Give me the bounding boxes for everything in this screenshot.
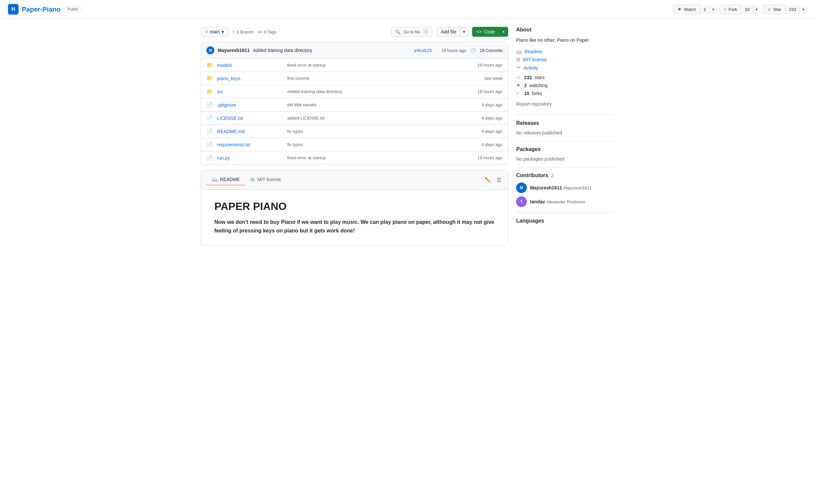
file-commit: Added training data directory bbox=[287, 89, 459, 94]
branch-selector[interactable]: ⑂ main ▾ bbox=[201, 27, 228, 37]
divider-2 bbox=[516, 141, 614, 141]
watching-stat: 👁 2 watching bbox=[516, 83, 614, 88]
book-icon: 📖 bbox=[212, 177, 217, 182]
scale-icon: ⚖ bbox=[250, 177, 255, 182]
star-icon: ☆ bbox=[767, 7, 771, 12]
edit-readme-button[interactable]: ✏️ bbox=[484, 176, 493, 184]
tag-icon: 🏷 bbox=[258, 29, 262, 34]
go-to-file-input[interactable]: 🔍 Go to file t bbox=[391, 27, 433, 37]
table-row: 📄 .gitignore did little tweaks 4 days ag… bbox=[201, 98, 508, 112]
releases-section: Releases No releases published bbox=[516, 120, 614, 135]
file-name: requirements.txt bbox=[217, 142, 283, 147]
commit-time: 18 hours ago bbox=[441, 48, 467, 53]
tab-readme[interactable]: 📖 README bbox=[206, 174, 245, 185]
star-caret-icon[interactable]: ▾ bbox=[799, 5, 807, 14]
code-icon: <> bbox=[477, 29, 482, 34]
top-navigation: H Paper-Piano Public 👁 Watch 2 ▾ ⑂ Fork … bbox=[0, 0, 815, 19]
fork-button[interactable]: ⑂ Fork bbox=[720, 5, 741, 14]
file-icon: 📄 bbox=[206, 155, 213, 161]
activity-link[interactable]: 〜 Activity bbox=[516, 65, 614, 71]
fork-group: ⑂ Fork 10 ▾ bbox=[720, 5, 760, 14]
watching-count: 2 bbox=[524, 83, 527, 88]
commit-hash[interactable]: a9eab25 bbox=[414, 48, 432, 53]
contributor-avatar-2: T bbox=[516, 196, 527, 207]
file-name: README.md bbox=[217, 129, 283, 134]
code-button[interactable]: <> Code bbox=[472, 27, 499, 37]
contributor-full-name-2: Alexander Rodionov bbox=[546, 199, 585, 204]
tab-license[interactable]: ⚖ MIT license bbox=[245, 174, 286, 185]
repo-logo: H bbox=[8, 4, 19, 15]
readme-actions: ✏️ ☰ bbox=[484, 176, 503, 184]
watch-group: 👁 Watch 2 ▾ bbox=[673, 5, 717, 14]
languages-section: Languages bbox=[516, 218, 614, 224]
file-time: 19 hours ago bbox=[463, 155, 503, 160]
file-commit: fixed error at startup bbox=[287, 63, 459, 68]
code-caret[interactable]: ▾ bbox=[499, 27, 508, 37]
report-repository-link[interactable]: Report repository bbox=[516, 101, 614, 107]
divider-3 bbox=[516, 167, 614, 167]
file-icon: 📄 bbox=[206, 115, 213, 121]
license-link[interactable]: ⚖ MIT license bbox=[516, 57, 614, 62]
commit-separator: · bbox=[436, 48, 437, 53]
file-time: 4 days ago bbox=[463, 142, 503, 147]
keyboard-shortcut: t bbox=[423, 29, 428, 34]
add-file-button[interactable]: Add file bbox=[436, 27, 460, 37]
table-row: 📁 piano_keys first commit last week bbox=[201, 72, 508, 85]
table-row: 📁 models fixed error at startup 19 hours… bbox=[201, 59, 508, 72]
about-section: About Piano like no other, Piano on Pape… bbox=[516, 27, 614, 107]
add-file-caret[interactable]: ▾ bbox=[460, 27, 468, 37]
watch-caret-icon[interactable]: ▾ bbox=[709, 5, 717, 14]
watch-count[interactable]: 2 bbox=[700, 5, 709, 14]
commit-header: M Mayuresh1611 Added training data direc… bbox=[201, 42, 508, 59]
divider-4 bbox=[516, 212, 614, 213]
file-time: last week bbox=[463, 76, 503, 81]
readme-section: 📖 README ⚖ MIT license ✏️ ☰ PAPER PIANO … bbox=[201, 170, 508, 246]
commit-author[interactable]: Mayuresh1611 bbox=[218, 48, 250, 53]
table-row: 📁 src Added training data directory 18 h… bbox=[201, 85, 508, 98]
about-links: 📖 Readme ⚖ MIT license 〜 Activity bbox=[516, 49, 614, 71]
nav-left: H Paper-Piano Public bbox=[8, 4, 82, 15]
branch-bar: ⑂ main ▾ ⑂ 1 Branch 🏷 0 Tags 🔍 Go to fil… bbox=[201, 27, 508, 37]
contributor-1: M Mayuresh1611 Mayuresh1611 bbox=[516, 182, 614, 193]
fork-caret-icon[interactable]: ▾ bbox=[753, 5, 760, 14]
book-icon: 📖 bbox=[516, 49, 522, 54]
file-time: 4 days ago bbox=[463, 102, 503, 107]
repo-name[interactable]: Paper-Piano bbox=[22, 6, 61, 13]
star-group: ☆ Star 233 ▾ bbox=[763, 5, 807, 14]
star-button[interactable]: ☆ Star bbox=[763, 5, 785, 14]
file-icon: 📄 bbox=[206, 141, 213, 148]
file-commit: added LICENSE.txt bbox=[287, 116, 459, 121]
contributor-2: T tandav Alexander Rodionov bbox=[516, 196, 614, 207]
file-time: 4 days ago bbox=[463, 116, 503, 121]
folder-icon: 📁 bbox=[206, 88, 213, 95]
scale-icon: ⚖ bbox=[516, 57, 521, 62]
eye-stat-icon: 👁 bbox=[516, 83, 522, 88]
branch-icon-small: ⑂ bbox=[232, 29, 235, 34]
file-name: models bbox=[217, 63, 283, 68]
contributor-name-1[interactable]: Mayuresh1611 bbox=[530, 185, 562, 190]
contributor-name-2[interactable]: tandav bbox=[530, 199, 545, 204]
file-name: run.py bbox=[217, 155, 283, 161]
star-count[interactable]: 233 bbox=[785, 5, 799, 14]
tag-count-link[interactable]: 🏷 0 Tags bbox=[258, 29, 276, 34]
toc-button[interactable]: ☰ bbox=[495, 176, 503, 184]
search-icon: 🔍 bbox=[395, 29, 400, 34]
add-file-group: Add file ▾ bbox=[436, 27, 468, 37]
branch-count-link[interactable]: ⑂ 1 Branch bbox=[232, 29, 254, 34]
about-description: Piano like no other, Piano on Paper bbox=[516, 37, 614, 44]
forks-stat: ⑂ 10 forks bbox=[516, 91, 614, 96]
watch-button[interactable]: 👁 Watch bbox=[673, 5, 700, 14]
readme-link[interactable]: 📖 Readme bbox=[516, 49, 614, 54]
nav-right: 👁 Watch 2 ▾ ⑂ Fork 10 ▾ ☆ Star 233 ▾ bbox=[673, 5, 807, 14]
file-commit: fix typos bbox=[287, 129, 459, 134]
file-icon: 📄 bbox=[206, 102, 213, 108]
content-area: ⑂ main ▾ ⑂ 1 Branch 🏷 0 Tags 🔍 Go to fil… bbox=[201, 27, 508, 246]
clock-icon: 🕐 bbox=[471, 48, 476, 53]
star-stat-icon: ☆ bbox=[516, 75, 522, 80]
fork-count[interactable]: 10 bbox=[741, 5, 753, 14]
contributors-section: Contributors 2 M Mayuresh1611 Mayuresh16… bbox=[516, 173, 614, 207]
releases-empty: No releases published bbox=[516, 130, 614, 135]
file-commit: fixed error at startup bbox=[287, 155, 459, 160]
commits-link[interactable]: 19 Commits bbox=[480, 48, 503, 53]
commit-meta: a9eab25 · 18 hours ago 🕐 19 Commits bbox=[414, 48, 503, 53]
